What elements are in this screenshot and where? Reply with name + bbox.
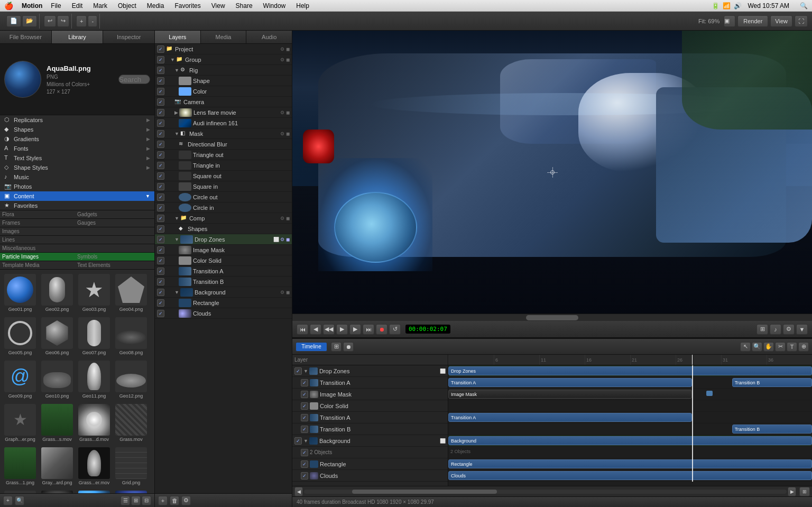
layer-check-shapes[interactable]: ✓ [157, 225, 164, 233]
record-opt-button[interactable]: ⚙ [783, 324, 795, 335]
layer-expand-background[interactable]: ▼ [174, 290, 179, 295]
tl-expand-dz[interactable]: ▼ [303, 368, 308, 374]
grid-item-geo12[interactable]: Geo12.png [113, 358, 149, 401]
tl-check-ta[interactable]: ✓ [301, 379, 308, 386]
clip-small-blue[interactable] [706, 391, 713, 396]
canvas-scrollbar[interactable] [292, 314, 812, 321]
tl-label-clouds[interactable]: ✓ Clouds [292, 470, 448, 482]
subcategory-gadgets[interactable]: Gadgets [77, 211, 152, 217]
grid-item-grass-er[interactable]: Grass...er.mov [76, 445, 112, 487]
layer-check-comp[interactable]: ✓ [157, 215, 164, 222]
canvas-scroll-thumb[interactable] [526, 315, 578, 320]
menu-view[interactable]: View [209, 2, 227, 10]
layer-check-audi[interactable]: ✓ [157, 119, 164, 127]
grid-item-geo07[interactable]: Geo07.png [76, 315, 112, 357]
tl-label-image-mask[interactable]: ✓ Image Mask [292, 389, 448, 400]
tl-zoom-fit[interactable]: ◀ [294, 487, 303, 496]
tl-label-transition-a2[interactable]: ✓ Transition A [292, 412, 448, 423]
layer-drop-zones[interactable]: ✓ ▼ Drop Zones ⬜ ⚙ ◼ [155, 234, 292, 245]
to-end-button[interactable]: ⏭ [363, 324, 374, 335]
clip-transition-a-top[interactable]: Transition A [448, 378, 692, 387]
tl-check-bg[interactable]: ✓ [294, 437, 302, 445]
tl-tool-blade[interactable]: ✂ [775, 342, 786, 352]
layer-check-camera[interactable]: ✓ [157, 98, 164, 106]
menu-favorites[interactable]: Favorites [172, 2, 202, 10]
tab-layers[interactable]: Layers [155, 31, 201, 43]
tl-label-background[interactable]: ✓ ▼ Background ⬜ [292, 435, 448, 447]
redo-button[interactable]: ↪ [57, 15, 69, 27]
layer-check-rig[interactable]: ✓ [157, 67, 164, 74]
tl-check-ta2[interactable]: ✓ [301, 414, 308, 421]
layer-dir-blur[interactable]: ✓ ≋ Directional Blur [155, 139, 292, 150]
menu-object[interactable]: Object [116, 2, 139, 10]
grid-view-button[interactable]: ⊞ [131, 496, 141, 505]
menu-mark[interactable]: Mark [91, 2, 109, 10]
menu-file[interactable]: File [49, 2, 63, 10]
layer-shapes[interactable]: ✓ ◆ Shapes [155, 224, 292, 234]
grid-item-gurgle02[interactable]: Gurgle02.mov [76, 488, 112, 493]
view-button[interactable]: View [770, 15, 792, 27]
render-button[interactable]: Render [737, 15, 768, 27]
tl-view-options[interactable]: ⊞ [331, 342, 342, 352]
tl-bg-options[interactable]: ⬜ [440, 438, 446, 444]
cat-content[interactable]: ▣ Content ▼ [0, 191, 154, 201]
grid-item-graph[interactable]: ★ Graph...er.png [2, 402, 38, 444]
tl-label-2objects[interactable]: ✓ 2 Objects [292, 447, 448, 458]
layer-check-color-solid[interactable]: ✓ [157, 257, 164, 264]
subcategory-text-elements[interactable]: Text Elements [77, 262, 152, 268]
loop-button[interactable]: ↺ [389, 324, 401, 335]
grid-item-grid[interactable]: Grid.png [113, 445, 149, 487]
layer-check-lens-flare[interactable]: ✓ [157, 109, 164, 116]
menu-share[interactable]: Share [234, 2, 255, 10]
layer-project[interactable]: ✓ 📁 Project ⚙ ◼ [155, 44, 292, 54]
layer-expand-group[interactable]: ▼ [170, 57, 175, 62]
layer-mask[interactable]: ✓ ▼ ◧ Mask ⚙ ◼ [155, 128, 292, 139]
layer-circle-out[interactable]: ✓ Circle out [155, 192, 292, 202]
prev-frame-button[interactable]: ◀ [310, 324, 321, 335]
subcategory-frames[interactable]: Frames [2, 220, 77, 226]
layer-expand-drop-zones[interactable]: ▼ [174, 237, 179, 242]
menu-edit[interactable]: Edit [70, 2, 85, 10]
cat-replicators[interactable]: ⬡ Replicators ▶ [0, 115, 154, 125]
layer-check-circle-in[interactable]: ✓ [157, 204, 164, 211]
grid-item-gurgle01[interactable]: Gurgle01.mov [39, 488, 75, 493]
layer-check-clouds[interactable]: ✓ [157, 310, 164, 317]
grid-item-geo06[interactable]: Geo06.png [39, 315, 75, 357]
grid-item-geo01[interactable]: Geo01.png [2, 272, 38, 314]
subcategory-particle-images[interactable]: Particle Images [2, 254, 77, 260]
tl-tool-hand[interactable]: ✋ [763, 342, 774, 352]
layer-check-mask[interactable]: ✓ [157, 130, 164, 137]
layer-check-dir-blur[interactable]: ✓ [157, 141, 164, 148]
cat-photos[interactable]: 📷 Photos [0, 182, 154, 191]
tl-expand-bg[interactable]: ▼ [303, 438, 308, 444]
tl-label-transition-b[interactable]: ✓ Transition B [292, 423, 448, 435]
fullscreen-button[interactable]: ⛶ [795, 15, 808, 27]
grid-item-geo09[interactable]: @ Geo09.png [2, 358, 38, 401]
layer-check-shape[interactable]: ✓ [157, 77, 164, 85]
layer-image-mask[interactable]: ✓ Image Mask [155, 245, 292, 255]
zoom-out-button[interactable]: - [88, 15, 97, 27]
tab-library[interactable]: Library [52, 31, 104, 43]
grid-item-grass-d[interactable]: Grass...d.mov [76, 402, 112, 444]
tl-label-color-solid[interactable]: ✓ Color Solid [292, 400, 448, 412]
cat-fonts[interactable]: A Fonts ▶ [0, 144, 154, 153]
tl-label-drop-zones[interactable]: ✓ ▼ Drop Zones ⬜ [292, 365, 448, 377]
subcategory-gauges[interactable]: Gauges [77, 220, 152, 226]
tl-check-2obj[interactable]: ✓ [301, 449, 308, 456]
grid-item-geo08[interactable]: Geo08.png [113, 315, 149, 357]
layer-transition-b[interactable]: ✓ Transition B [155, 276, 292, 287]
layer-expand-lens-flare[interactable]: ▶ [174, 110, 178, 115]
layer-expand-mask[interactable]: ▼ [174, 131, 179, 136]
layer-check-group[interactable]: ✓ [157, 56, 164, 63]
layer-expand-comp[interactable]: ▼ [174, 216, 179, 221]
subcategory-images[interactable]: Images [2, 228, 77, 234]
layer-check-color[interactable]: ✓ [157, 88, 164, 95]
tl-zoom-in[interactable]: ▶ [788, 487, 796, 496]
tl-check-dz[interactable]: ✓ [294, 367, 302, 375]
grid-item-guitar[interactable]: 🎸 Guitar.png [2, 488, 38, 493]
tl-label-rectangle[interactable]: ✓ Rectangle [292, 458, 448, 470]
tl-check-tb[interactable]: ✓ [301, 426, 308, 433]
cat-shape-styles[interactable]: ◇ Shape Styles ▶ [0, 163, 154, 172]
search-button[interactable]: 🔍 [15, 496, 24, 505]
timeline-tab-toggle[interactable]: Timeline [296, 342, 327, 352]
